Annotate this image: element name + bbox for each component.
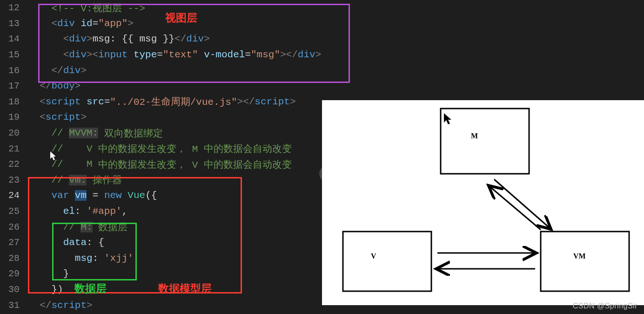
- code-line[interactable]: 15 <div><input type="text" v-model="msg"…: [0, 47, 644, 63]
- code-line[interactable]: 17 </body>: [0, 78, 644, 94]
- box-m-label: M: [471, 132, 478, 140]
- line-number: 23: [0, 175, 28, 185]
- line-number: 12: [0, 2, 28, 13]
- line-number: 16: [0, 65, 28, 76]
- code-line[interactable]: 16 </div>: [0, 62, 644, 78]
- svg-line-3: [494, 179, 550, 228]
- line-number: 24: [0, 190, 28, 201]
- box-vm-label: VM: [573, 252, 586, 260]
- cursor-icon: [50, 151, 58, 162]
- line-number: 28: [0, 253, 28, 264]
- mvvm-diagram: M V VM: [322, 100, 644, 305]
- svg-rect-0: [441, 109, 529, 174]
- label-data-layer: 数据层: [74, 281, 107, 296]
- line-number: 30: [0, 284, 28, 295]
- line-number: 15: [0, 49, 28, 60]
- line-number: 31: [0, 300, 28, 311]
- code-line[interactable]: 13 <div id="app">: [0, 16, 644, 32]
- label-data-model-layer: 数据模型层: [158, 281, 212, 296]
- svg-rect-2: [541, 232, 629, 291]
- box-v-label: V: [371, 252, 376, 260]
- line-number: 19: [0, 112, 28, 123]
- line-number: 27: [0, 237, 28, 248]
- code-line[interactable]: 14 <div>msg: {{ msg }}</div>: [0, 31, 644, 47]
- svg-rect-1: [343, 232, 431, 291]
- line-number: 22: [0, 159, 28, 170]
- label-view-layer: 视图层: [165, 11, 197, 25]
- line-number: 26: [0, 222, 28, 232]
- line-number: 14: [0, 34, 28, 44]
- code-line[interactable]: 12 <!-- V:视图层 -->: [0, 0, 644, 16]
- line-number: 17: [0, 81, 28, 91]
- line-number: 29: [0, 268, 28, 279]
- line-number: 20: [0, 128, 28, 138]
- line-number: 21: [0, 143, 28, 154]
- root: 12 <!-- V:视图层 --> 13 <div id="app"> 14 <…: [0, 0, 644, 314]
- watermark: CSDN @SpringSir: [573, 302, 637, 310]
- line-number: 18: [0, 96, 28, 107]
- svg-line-4: [490, 186, 541, 230]
- line-number: 13: [0, 18, 28, 29]
- line-number: 25: [0, 206, 28, 217]
